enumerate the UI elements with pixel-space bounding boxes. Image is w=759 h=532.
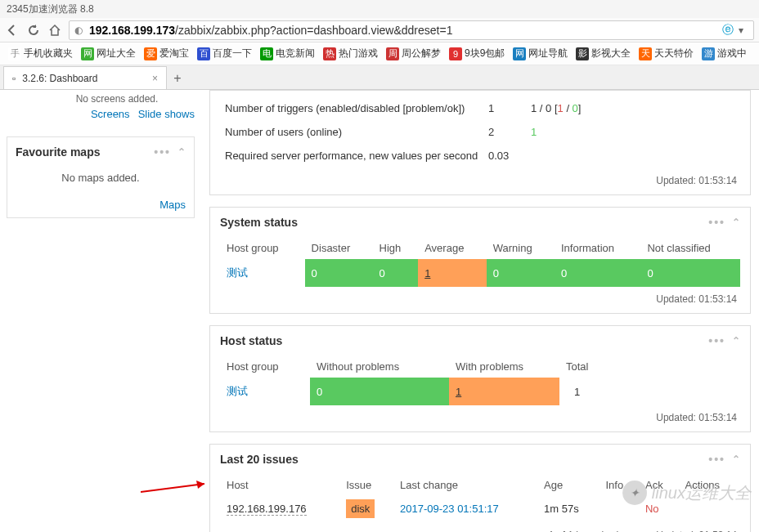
main-content: Number of triggers (enabled/disabled [pr…	[201, 90, 759, 532]
widget-title: Host status	[220, 334, 282, 347]
system-status-widget: System status ••• ⌃ Host groupDisasterHi…	[209, 207, 751, 314]
new-tab-button[interactable]: +	[167, 68, 188, 89]
favourite-maps-widget: Favourite maps ••• ⌃ No maps added. Maps	[7, 136, 195, 218]
hostgroup-link[interactable]: 测试	[227, 385, 248, 397]
bookmark-icon: 9	[449, 47, 462, 60]
column-header: Without problems	[310, 355, 449, 378]
collapse-icon[interactable]: ⌃	[732, 335, 740, 346]
maps-link[interactable]: Maps	[159, 199, 186, 211]
menu-icon[interactable]: •••	[708, 216, 725, 229]
metric-value: 1	[485, 97, 526, 119]
bookmark-icon: 网	[81, 47, 94, 60]
overview-row: Number of triggers (enabled/disabled [pr…	[222, 97, 739, 119]
warning-cell[interactable]: 0	[487, 259, 555, 287]
average-cell[interactable]: 1	[418, 259, 487, 287]
bookmark-item[interactable]: 手手机收藏夹	[8, 47, 73, 60]
last-change-link[interactable]: 2017-09-23 01:51:17	[400, 503, 499, 515]
disaster-cell[interactable]: 0	[305, 259, 373, 287]
bookmark-label: 爱淘宝	[159, 47, 189, 60]
ie-engine-icon[interactable]: ⓔ	[722, 23, 734, 38]
bookmark-label: 网址大全	[97, 47, 136, 60]
bookmark-item[interactable]: 周周公解梦	[386, 47, 441, 60]
column-header: Information	[555, 237, 641, 259]
widget-title: System status	[220, 216, 298, 229]
column-header: Info	[599, 474, 639, 496]
bookmark-label: 电竞新闻	[276, 47, 315, 60]
column-header: Actions	[678, 474, 740, 496]
home-icon[interactable]	[47, 23, 62, 38]
overview-row: Required server performance, new values …	[222, 145, 739, 167]
bookmark-icon: 网	[513, 47, 526, 60]
no-maps-text: No maps added.	[16, 165, 186, 194]
column-header: Host group	[220, 355, 310, 378]
tab-title: 3.2.6: Dashboard	[22, 67, 97, 90]
shield-icon: ◐	[74, 25, 86, 36]
ack-link[interactable]: No	[645, 503, 659, 515]
bookmark-label: 百度一下	[213, 47, 252, 60]
column-header: Host	[220, 474, 339, 496]
menu-icon[interactable]: •••	[708, 453, 725, 466]
bookmark-label: 影视大全	[591, 47, 631, 60]
bookmark-item[interactable]: 游游戏中	[702, 47, 747, 60]
menu-icon[interactable]: •••	[154, 145, 171, 159]
high-cell[interactable]: 0	[373, 259, 419, 287]
host-link[interactable]: 192.168.199.176	[227, 503, 307, 516]
page-icon: ▫	[12, 67, 16, 90]
bookmark-item[interactable]: 电电竞新闻	[260, 47, 315, 60]
url-text: 192.168.199.173/zabbix/zabbix.php?action…	[89, 24, 717, 37]
bookmark-icon: 百	[197, 47, 210, 60]
collapse-icon[interactable]: ⌃	[177, 146, 186, 158]
metric-detail: 1	[528, 121, 739, 143]
bookmark-item[interactable]: 网网址导航	[513, 47, 568, 60]
browser-navbar: ◐ 192.168.199.173/zabbix/zabbix.php?acti…	[0, 18, 759, 42]
collapse-icon[interactable]: ⌃	[732, 217, 740, 228]
bookmark-item[interactable]: 百百度一下	[197, 47, 252, 60]
column-header: Average	[418, 237, 487, 259]
bookmark-item[interactable]: 天天天特价	[639, 47, 694, 60]
reload-icon[interactable]	[26, 23, 41, 38]
bookmark-label: 手机收藏夹	[24, 47, 73, 60]
total-cell: 1	[559, 378, 740, 405]
column-header: Warning	[487, 237, 555, 259]
bookmark-label: 天天特价	[654, 47, 694, 60]
bookmark-item[interactable]: 影影视大全	[576, 47, 631, 60]
with-problems-cell[interactable]: 1	[449, 378, 559, 405]
slideshows-link[interactable]: Slide shows	[138, 108, 195, 120]
column-header: With problems	[449, 355, 559, 378]
bookmark-icon: 爱	[144, 47, 157, 60]
menu-icon[interactable]: •••	[708, 334, 725, 347]
notclassified-cell[interactable]: 0	[640, 259, 740, 287]
metric-label: Required server performance, new values …	[222, 145, 483, 167]
bookmark-icon: 周	[386, 47, 399, 60]
screens-link[interactable]: Screens	[91, 108, 130, 120]
url-dropdown-icon[interactable]: ▾	[734, 23, 748, 38]
bookmark-item[interactable]: 99块9包邮	[449, 47, 505, 60]
metric-value: 0.03	[485, 145, 526, 167]
bookmark-label: 游戏中	[717, 47, 747, 60]
bookmark-icon: 天	[639, 47, 652, 60]
bookmark-item[interactable]: 爱爱淘宝	[144, 47, 189, 60]
column-header: Disaster	[305, 237, 373, 259]
close-icon[interactable]: ×	[152, 67, 158, 90]
column-header: Total	[559, 355, 740, 378]
bookmark-icon: 游	[702, 47, 715, 60]
bookmark-item[interactable]: 热热门游戏	[323, 47, 378, 60]
metric-detail	[528, 145, 739, 167]
back-icon[interactable]	[5, 23, 20, 38]
bookmark-label: 网址导航	[528, 47, 568, 60]
bookmark-item[interactable]: 网网址大全	[81, 47, 136, 60]
collapse-icon[interactable]: ⌃	[732, 454, 740, 465]
bookmark-label: 热门游戏	[339, 47, 378, 60]
metric-detail: 1 / 0 [1 / 0]	[528, 97, 739, 119]
bookmark-icon: 热	[323, 47, 336, 60]
information-cell[interactable]: 0	[555, 259, 641, 287]
issue-badge[interactable]: disk	[346, 499, 375, 518]
without-problems-cell[interactable]: 0	[310, 378, 449, 405]
no-screens-text: No screens added.	[7, 93, 195, 105]
tab-dashboard[interactable]: ▫ 3.2.6: Dashboard ×	[3, 66, 167, 89]
url-bar[interactable]: ◐ 192.168.199.173/zabbix/zabbix.php?acti…	[69, 20, 754, 40]
hostgroup-link[interactable]: 测试	[227, 266, 248, 279]
updated-text: Updated: 01:53:14	[220, 168, 740, 186]
column-header: Issue	[339, 474, 393, 496]
age-cell: 1m 57s	[537, 496, 599, 521]
